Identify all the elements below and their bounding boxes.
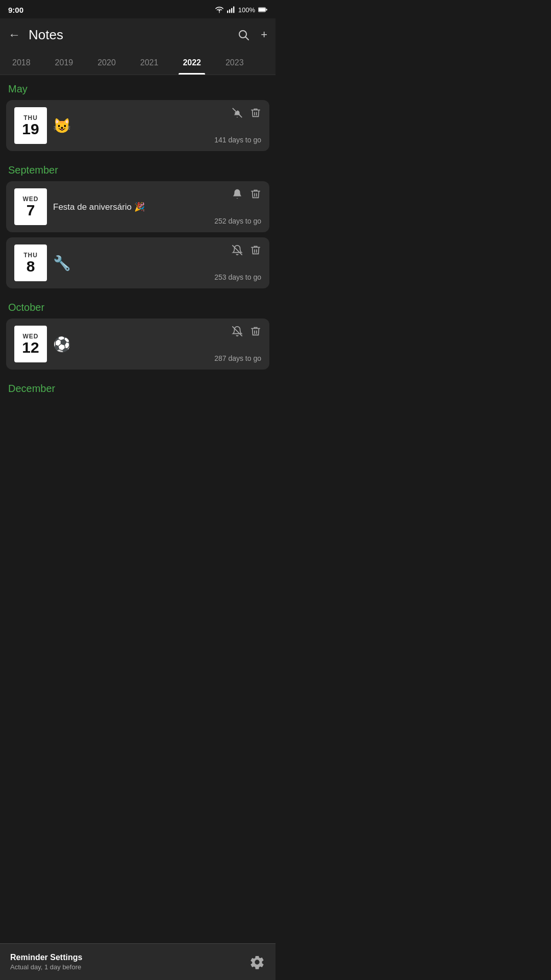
note-sep-7[interactable]: WED 7 Festa de aniversário 🎉 252 days to…: [6, 181, 269, 232]
battery-icon: [258, 7, 267, 13]
note-actions: 252 days to go: [214, 188, 261, 225]
trash-icon[interactable]: [250, 107, 261, 118]
note-icons: [232, 326, 261, 337]
svg-rect-1: [229, 9, 230, 13]
note-actions: 141 days to go: [214, 107, 261, 144]
svg-line-9: [233, 108, 242, 117]
bell-off-icon[interactable]: [232, 107, 243, 118]
year-tabs: 2018 2019 2020 2021 2022 2023: [0, 51, 276, 75]
page-title: Notes: [29, 27, 237, 43]
search-icon[interactable]: [237, 29, 249, 41]
svg-rect-6: [266, 9, 267, 10]
note-actions: 253 days to go: [214, 244, 261, 281]
trash-icon[interactable]: [250, 244, 261, 256]
svg-rect-0: [227, 11, 228, 13]
top-bar-actions: +: [237, 28, 267, 41]
status-bar: 9:00 100%: [0, 0, 276, 18]
year-tab-2023[interactable]: 2023: [213, 51, 256, 75]
bell-off-icon[interactable]: [232, 326, 243, 337]
month-label-december: December: [6, 375, 269, 400]
note-content: 😺: [47, 117, 214, 134]
year-tab-2021[interactable]: 2021: [128, 51, 171, 75]
svg-rect-2: [231, 8, 232, 13]
note-content: Festa de aniversário 🎉: [47, 202, 214, 212]
note-content: 🔧: [47, 255, 214, 272]
year-tab-2018[interactable]: 2018: [0, 51, 43, 75]
status-time: 9:00: [8, 6, 23, 14]
days-to-go: 252 days to go: [214, 217, 261, 225]
days-to-go: 287 days to go: [214, 354, 261, 362]
month-label-october: October: [6, 293, 269, 318]
top-bar: ← Notes +: [0, 18, 276, 51]
signal-icon: [227, 6, 235, 13]
note-icons: [232, 244, 261, 256]
date-block: THU 19: [14, 107, 47, 144]
note-sep-8[interactable]: THU 8 🔧 253 days to go: [6, 237, 269, 288]
battery-percent: 100%: [238, 6, 255, 14]
year-tab-2020[interactable]: 2020: [85, 51, 128, 75]
status-icons: 100%: [215, 6, 267, 14]
svg-line-8: [246, 37, 249, 40]
note-content: ⚽: [47, 336, 214, 353]
bell-off-icon[interactable]: [232, 244, 243, 256]
add-button[interactable]: +: [261, 28, 267, 41]
note-actions: 287 days to go: [214, 326, 261, 362]
back-button[interactable]: ←: [8, 28, 20, 42]
days-to-go: 253 days to go: [214, 273, 261, 281]
month-label-may: May: [6, 75, 269, 100]
note-oct-12[interactable]: WED 12 ⚽ 287 days to go: [6, 318, 269, 370]
month-label-september: September: [6, 156, 269, 181]
trash-icon[interactable]: [250, 326, 261, 337]
note-icons: [232, 107, 261, 118]
date-block: WED 7: [14, 188, 47, 225]
note-may-19[interactable]: THU 19 😺 141 days to go: [6, 100, 269, 151]
year-tab-2022[interactable]: 2022: [170, 51, 213, 75]
notes-content: May THU 19 😺 141 days to go: [0, 75, 276, 440]
days-to-go: 141 days to go: [214, 136, 261, 144]
year-tab-2019[interactable]: 2019: [43, 51, 86, 75]
bell-on-icon[interactable]: [232, 188, 243, 200]
wifi-icon: [215, 6, 224, 13]
note-icons: [232, 188, 261, 200]
trash-icon[interactable]: [250, 188, 261, 200]
svg-rect-3: [233, 7, 234, 13]
date-block: THU 8: [14, 244, 47, 281]
date-block: WED 12: [14, 326, 47, 362]
svg-rect-5: [259, 8, 265, 12]
